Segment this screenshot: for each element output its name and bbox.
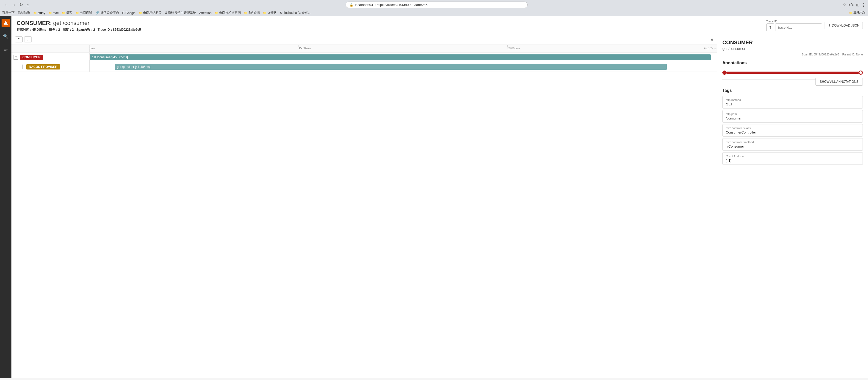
- consumer-span-label: □ CONSUMER: [11, 54, 89, 61]
- back-button[interactable]: ←: [3, 2, 9, 8]
- page-header: CONSUMER: get /consumer 持续时间：45.005ms 服务…: [11, 16, 868, 34]
- star-button[interactable]: ☆: [843, 3, 846, 7]
- sidebar-settings-icon[interactable]: [2, 46, 9, 54]
- lock-icon: 🔒: [349, 3, 353, 7]
- page-title-area: CONSUMER: get /consumer 持续时间：45.005ms 服务…: [17, 20, 141, 32]
- page-title: CONSUMER: get /consumer: [17, 20, 141, 27]
- services-value: 2: [58, 28, 60, 31]
- detail-divider: [722, 79, 815, 80]
- bookmark-mac[interactable]: 📁 mac: [49, 11, 59, 15]
- forward-button[interactable]: →: [10, 2, 17, 8]
- tag-mvc-class-value: ConsumerController: [726, 130, 860, 134]
- bookmark-jike[interactable]: 📁 极客: [62, 11, 72, 15]
- sidebar-search-icon[interactable]: 🔍: [2, 32, 10, 40]
- bookmark-google[interactable]: G Google: [122, 11, 135, 15]
- sidebar: 🔍: [0, 16, 11, 378]
- ext-button[interactable]: ⊞: [856, 3, 860, 7]
- reload-button[interactable]: ↻: [18, 2, 24, 8]
- download-label: DOWNLOAD JSON: [832, 24, 860, 27]
- bookmark-rockets[interactable]: 📁 火箭队: [263, 11, 277, 15]
- tags-title: Tags: [722, 88, 863, 93]
- duration-value: 45.005ms: [32, 28, 46, 31]
- bookmark-ecommerce-tech[interactable]: 📁 电商技术点官网: [215, 11, 241, 15]
- bookmark-ecommerce-summary[interactable]: 📁 电商总结相关: [138, 11, 162, 15]
- home-button[interactable]: ⌂: [25, 2, 30, 8]
- tag-http-path: http.path /consumer: [722, 110, 863, 123]
- time-axis-header: 0ms 15.002ms 30.003ms 45.005ms: [11, 45, 717, 53]
- trace-id-value: 8543d00223a8e2e5: [113, 28, 141, 31]
- tick-0ms: 0ms: [90, 47, 95, 50]
- menu-button[interactable]: ⋮: [862, 3, 865, 7]
- bookmarks-bar: 百度一下，你就知道 📁 study 📁 mac 📁 极客 📁 电商面试 🔗 微信…: [0, 10, 868, 16]
- nacos-span-row[interactable]: NACOS-PROVIDER get /provider [41.406ms]: [11, 62, 717, 72]
- annotations-fill: [726, 71, 859, 74]
- span-id-label: Span ID:: [802, 53, 813, 56]
- detail-panel: CONSUMER get /consumer Span ID: 8543d002…: [717, 34, 868, 378]
- consumer-span-row[interactable]: □ CONSUMER get /consumer [45.005ms]: [11, 53, 717, 62]
- timeline-controls: ⌃ ⌄ »: [11, 34, 717, 45]
- zipkin-logo-icon: [3, 20, 8, 26]
- bookmark-github[interactable]: ⚙ liuzhuzhu /大众点...: [280, 11, 310, 15]
- bookmark-baidu[interactable]: 百度一下，你就知道: [2, 11, 30, 15]
- annotation-dot-right: [859, 70, 863, 75]
- upload-icon-button[interactable]: ⬆: [766, 23, 774, 31]
- span-col-spacer: [11, 45, 89, 52]
- detail-endpoint: get /consumer: [722, 47, 863, 51]
- tick-30ms: 30.003ms: [507, 47, 520, 50]
- trace-id-search-input[interactable]: [775, 23, 822, 31]
- consumer-bar-label: get /consumer [45.005ms]: [92, 55, 128, 59]
- detail-service-name: CONSUMER: [722, 39, 863, 46]
- depth-value: 2: [72, 28, 74, 31]
- bookmark-other[interactable]: 📁 其他书签: [849, 11, 866, 15]
- detail-span-ids: Span ID: 8543d00223a8e2e5 Parent ID: Non…: [722, 53, 863, 56]
- nacos-bar[interactable]: get /provider [41.406ms]: [115, 64, 667, 70]
- tag-http-method-key: http.method: [726, 98, 860, 101]
- tag-client-address-key: Client Address: [726, 155, 860, 158]
- tick-45ms: 45.005ms: [704, 47, 716, 50]
- tag-mvc-class: mvc.controller.class ConsumerController: [722, 124, 863, 137]
- collapse-up-button[interactable]: ⌃: [15, 36, 23, 42]
- duration-label: 持续时间：: [17, 28, 32, 31]
- tag-mvc-method-value: hiConsumer: [726, 144, 860, 148]
- timeline-panel: ⌃ ⌄ » 0ms 15.002ms 30.003ms 45.005ms: [11, 34, 717, 378]
- sidebar-logo[interactable]: [2, 19, 10, 27]
- bookmark-shiguigu[interactable]: U 尚硅谷学生管理系统: [165, 11, 196, 15]
- show-all-annotations-button[interactable]: SHOW ALL ANNOTATIONS: [815, 78, 863, 86]
- tag-http-path-value: /consumer: [726, 116, 860, 120]
- nacos-tree-line: [22, 64, 23, 69]
- nav-buttons: ← → ↻ ⌂: [3, 2, 30, 8]
- svg-rect-0: [4, 48, 8, 48]
- bookmark-attention[interactable]: Attention: [199, 11, 211, 15]
- tag-client-address-value: [::1]: [726, 158, 860, 163]
- tag-http-method-value: GET: [726, 102, 860, 106]
- download-arrow-icon: ⬇: [828, 24, 831, 27]
- download-json-button[interactable]: ⬇ DOWNLOAD JSON: [825, 22, 863, 29]
- annotations-title: Annotations: [722, 61, 863, 65]
- bookmark-study[interactable]: 📁 study: [33, 11, 45, 15]
- address-bar[interactable]: 🔒 localhost:9411/zipkin/traces/8543d0022…: [346, 2, 528, 8]
- bookmark-ecommerce-interview[interactable]: 📁 电商面试: [75, 11, 92, 15]
- consumer-expand-btn[interactable]: □: [13, 55, 18, 60]
- services-label: 服务：: [49, 28, 58, 31]
- browser-actions: ☆ </> ⊞ ⋮: [843, 3, 865, 7]
- tag-mvc-method: mvc.controller.method hiConsumer: [722, 138, 863, 151]
- browser-chrome: ← → ↻ ⌂ 🔒 localhost:9411/zipkin/traces/8…: [0, 0, 868, 10]
- parent-id-label: Parent ID:: [842, 53, 855, 56]
- span-id-value: 8543d00223a8e2e5: [814, 53, 839, 56]
- tag-http-method: http.method GET: [722, 96, 863, 109]
- page-service-name: CONSUMER: [17, 20, 50, 26]
- page-subtitle: 持续时间：45.005ms 服务：2 深度：2 Span总数：2 Trace I…: [17, 28, 141, 32]
- code-button[interactable]: </>: [848, 3, 854, 7]
- consumer-badge: CONSUMER: [20, 55, 43, 60]
- annotations-bar-container: [722, 69, 863, 76]
- expand-all-icon[interactable]: »: [711, 37, 713, 42]
- bookmark-bilibili[interactable]: 📁 B站资源: [244, 11, 260, 15]
- expand-down-button[interactable]: ⌄: [24, 36, 32, 42]
- consumer-bar[interactable]: get /consumer [45.005ms]: [90, 54, 711, 60]
- trace-id-label: Trace ID：: [98, 28, 113, 31]
- trace-id-row: ⬆: [766, 23, 822, 31]
- depth-label: 深度：: [63, 28, 72, 31]
- nacos-bar-label: get /provider [41.406ms]: [117, 65, 150, 69]
- bookmark-wechat[interactable]: 🔗 微信公众平台: [95, 11, 119, 15]
- tag-client-address: Client Address [::1]: [722, 152, 863, 165]
